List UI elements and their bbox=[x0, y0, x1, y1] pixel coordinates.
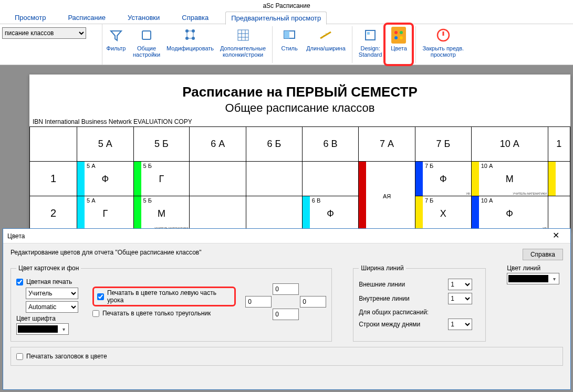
colors-dialog: Цвета ✕ Редактирование цветов для отчета… bbox=[3, 228, 571, 390]
lbl-font-color: Цвет шрифта bbox=[16, 315, 83, 322]
svg-rect-10 bbox=[391, 27, 406, 44]
margin-top[interactable] bbox=[273, 283, 299, 295]
col-header: 6 А bbox=[190, 127, 246, 162]
schedule-table: 5 А5 Б6 А6 Б6 В7 А7 Б10 А115 АФ5 БГАЯ7 Б… bbox=[29, 126, 570, 231]
group-cards: Цвет карточек и фон Цветная печать Учите… bbox=[11, 264, 332, 342]
svg-rect-5 bbox=[238, 30, 248, 40]
schedule-cell bbox=[190, 196, 246, 231]
svg-rect-9 bbox=[367, 32, 370, 35]
margin-left[interactable] bbox=[245, 296, 272, 308]
chk-left-only-highlight: Печатать в цвете только левую часть урок… bbox=[92, 287, 236, 306]
schedule-cell bbox=[548, 162, 570, 196]
schedule-cell bbox=[190, 162, 246, 196]
group-lines-legend: Ширина линий bbox=[359, 264, 405, 272]
menu-2[interactable]: Установки bbox=[122, 12, 165, 24]
svg-point-11 bbox=[394, 31, 398, 34]
svg-rect-0 bbox=[142, 31, 151, 39]
col-header: 6 Б bbox=[246, 127, 302, 162]
line-color-combo[interactable]: ▾ bbox=[507, 273, 559, 284]
margin-bottom[interactable] bbox=[273, 309, 299, 320]
col-header: 5 А bbox=[77, 127, 134, 162]
eval-watermark: IBN International Business Network EVALU… bbox=[29, 118, 570, 125]
svg-rect-7 bbox=[284, 31, 289, 38]
ribbon-filter[interactable]: Фильтр bbox=[102, 24, 130, 65]
svg-point-12 bbox=[400, 31, 403, 34]
report-select[interactable]: писание классов bbox=[2, 27, 86, 39]
ribbon: писание классов ФильтрОбщие настройкиМод… bbox=[0, 24, 573, 65]
row-header: 1 bbox=[30, 162, 77, 196]
schedule-cell: 7 БХ bbox=[415, 196, 471, 231]
ribbon-extra[interactable]: Дополнительные колонки/строки bbox=[217, 24, 269, 65]
margin-right[interactable] bbox=[300, 296, 326, 308]
page-title: Расписание на ПЕРВЫЙ СЕМЕСТР bbox=[29, 75, 570, 100]
schedule-cell bbox=[246, 196, 302, 231]
chk-header[interactable]: Печатать заголовок в цвете bbox=[16, 353, 557, 360]
filter-icon bbox=[107, 26, 125, 44]
menu-1[interactable]: Расписание bbox=[62, 12, 111, 24]
schedule-cell: 5 БМУЧИТЕЛЬ МАТЕМАТИКИ bbox=[133, 196, 190, 231]
close-icon[interactable]: ✕ bbox=[545, 230, 566, 242]
page-subtitle: Общее расписание классов bbox=[29, 101, 570, 115]
general-icon bbox=[138, 26, 155, 44]
schedule-cell bbox=[302, 162, 359, 196]
font-color-combo[interactable]: ▾ bbox=[16, 323, 69, 335]
ribbon-width[interactable]: Длина/ширина bbox=[303, 24, 349, 65]
lbl-line-color: Цвет линий bbox=[507, 264, 563, 272]
svg-point-14 bbox=[400, 36, 403, 39]
dialog-title: Цвета bbox=[7, 232, 25, 240]
ribbon-general[interactable]: Общие настройки bbox=[130, 24, 163, 65]
col-header: 10 А bbox=[471, 127, 548, 162]
schedule-cell: 5 АФ bbox=[77, 162, 134, 196]
schedule-cell: 10 АФУФ bbox=[471, 196, 548, 231]
chk-left-only[interactable] bbox=[97, 293, 104, 300]
schedule-cell bbox=[548, 196, 570, 231]
col-header bbox=[30, 127, 77, 162]
menu-bar: ПросмотрРасписаниеУстановкиСправкаПредва… bbox=[0, 12, 573, 24]
extra-icon bbox=[234, 26, 252, 44]
modify-icon bbox=[181, 26, 199, 44]
dialog-intro: Редактирование цветов для отчета "Общее … bbox=[11, 249, 201, 256]
ribbon-modify[interactable]: Модифицировать bbox=[163, 24, 217, 65]
menu-0[interactable]: Просмотр bbox=[9, 12, 51, 24]
chk-triangle[interactable]: Печатать в цвете только треугольник bbox=[92, 310, 236, 317]
width-icon bbox=[317, 26, 335, 44]
style-icon bbox=[280, 26, 298, 44]
ribbon-style[interactable]: Стиль bbox=[276, 24, 303, 65]
schedule-cell: 7 БФУФ bbox=[415, 162, 471, 196]
svg-point-13 bbox=[394, 36, 398, 39]
schedule-cell: 10 АМУЧИТЕЛЬ МАТЕМАТИКИ bbox=[471, 162, 548, 196]
group-cards-legend: Цвет карточек и фон bbox=[16, 264, 81, 272]
sel-outer[interactable]: 1 bbox=[448, 279, 472, 290]
svg-rect-8 bbox=[366, 30, 375, 40]
col-header: 7 А bbox=[359, 127, 415, 162]
menu-4[interactable]: Предварительный просмотр bbox=[225, 12, 327, 25]
sel-teacher[interactable]: Учитель bbox=[26, 288, 78, 299]
sel-auto[interactable]: Automatic bbox=[26, 301, 78, 313]
close-icon bbox=[434, 26, 452, 44]
chk-color-print[interactable]: Цветная печать bbox=[16, 278, 83, 285]
col-header: 1 bbox=[548, 127, 570, 162]
group-header-color: Печатать заголовок в цвете bbox=[11, 347, 563, 366]
ribbon-close[interactable]: Закрыть предв. просмотр bbox=[419, 24, 467, 65]
sel-inner[interactable]: 1 bbox=[448, 293, 472, 304]
design-icon bbox=[361, 26, 379, 44]
help-button[interactable]: Справка bbox=[523, 249, 563, 260]
row-header: 2 bbox=[30, 196, 77, 231]
col-header: 6 В bbox=[302, 127, 359, 162]
schedule-cell: АЯ bbox=[359, 162, 415, 231]
preview-page: Расписание на ПЕРВЫЙ СЕМЕСТР Общее распи… bbox=[29, 75, 570, 231]
schedule-cell bbox=[246, 162, 302, 196]
group-lines: Ширина линий Внешние линии1 Внутрение ли… bbox=[353, 264, 486, 342]
sel-daygap[interactable]: 1 bbox=[448, 319, 472, 330]
col-header: 7 Б bbox=[415, 127, 471, 162]
ribbon-colors[interactable]: Цвета bbox=[385, 24, 412, 65]
menu-3[interactable]: Справка bbox=[176, 12, 214, 24]
svg-rect-16 bbox=[442, 31, 444, 36]
schedule-cell: 5 БГ bbox=[133, 162, 190, 196]
colors-icon bbox=[390, 26, 408, 44]
schedule-cell: 5 АГ bbox=[77, 196, 134, 231]
ribbon-design[interactable]: Design: Standard bbox=[356, 24, 386, 65]
col-header: 5 Б bbox=[133, 127, 190, 162]
schedule-cell: 6 ВФ bbox=[302, 196, 359, 231]
app-title: aSc Расписание bbox=[0, 0, 573, 12]
